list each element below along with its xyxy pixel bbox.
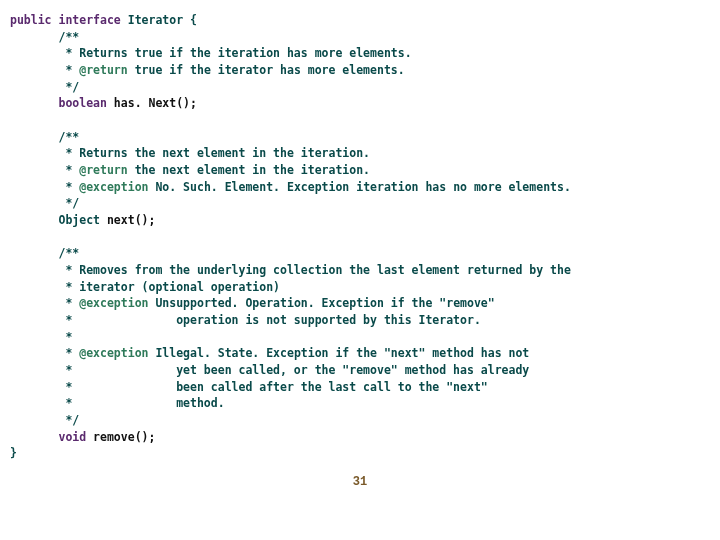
javadoc-tag: @exception: [72, 180, 148, 194]
method-remove: remove();: [86, 430, 155, 444]
comment-line: * been called after the last call to the…: [58, 380, 487, 394]
kw-boolean: boolean: [58, 96, 106, 110]
comment-line: No. Such. Element. Exception iteration h…: [149, 180, 571, 194]
kw-interface: interface: [52, 13, 128, 27]
kw-void: void: [58, 430, 86, 444]
comment-line: * Removes from the underlying collection…: [58, 263, 570, 277]
comment-line: true if the iterator has more elements.: [128, 63, 405, 77]
brace-open: {: [183, 13, 197, 27]
javadoc-tag: @exception: [72, 296, 148, 310]
comment-line: *: [58, 63, 72, 77]
comment-line: *: [58, 330, 72, 344]
method-next: next();: [100, 213, 155, 227]
comment-line: * method.: [58, 396, 224, 410]
method-hasnext: has. Next();: [107, 96, 197, 110]
comment-line: Unsupported. Operation. Exception if the…: [149, 296, 495, 310]
comment-line: */: [58, 80, 79, 94]
comment-line: *: [58, 180, 72, 194]
comment-line: *: [58, 346, 72, 360]
brace-close: }: [10, 446, 17, 460]
comment-line: *: [58, 163, 72, 177]
page-number: 31: [0, 474, 720, 491]
javadoc-tag: @return: [72, 163, 127, 177]
comment-line: * Returns true if the iteration has more…: [58, 46, 411, 60]
code-block: public interface Iterator { /** * Return…: [0, 0, 720, 462]
comment-line: /**: [58, 246, 79, 260]
comment-line: * operation is not supported by this Ite…: [58, 313, 480, 327]
comment-line: *: [58, 296, 72, 310]
javadoc-tag: @exception: [72, 346, 148, 360]
comment-line: * iterator (optional operation): [58, 280, 280, 294]
comment-line: */: [58, 413, 79, 427]
kw-public: public: [10, 13, 52, 27]
comment-line: /**: [58, 130, 79, 144]
comment-line: * yet been called, or the "remove" metho…: [58, 363, 529, 377]
comment-line: the next element in the iteration.: [128, 163, 370, 177]
javadoc-tag: @return: [72, 63, 127, 77]
comment-line: /**: [58, 30, 79, 44]
kw-object: Object: [58, 213, 100, 227]
comment-line: * Returns the next element in the iterat…: [58, 146, 370, 160]
comment-line: Illegal. State. Exception if the "next" …: [149, 346, 530, 360]
comment-line: */: [58, 196, 79, 210]
type-iterator: Iterator: [128, 13, 183, 27]
